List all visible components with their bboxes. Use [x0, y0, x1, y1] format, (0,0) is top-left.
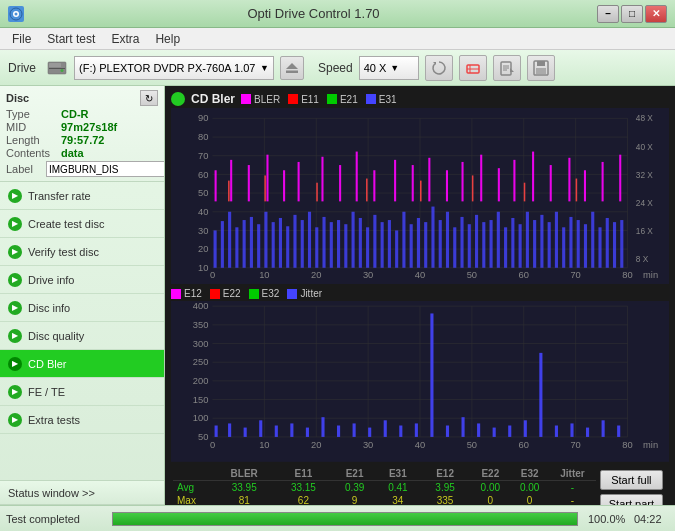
svg-rect-122	[215, 170, 217, 201]
start-part-button[interactable]: Start part	[600, 494, 663, 505]
svg-text:200: 200	[193, 376, 209, 386]
svg-rect-71	[257, 224, 260, 268]
svg-rect-202	[415, 424, 418, 437]
right-buttons: Start full Start part	[596, 466, 667, 505]
avg-e12: 3.95	[419, 481, 470, 495]
svg-rect-106	[511, 218, 514, 268]
eject-button[interactable]	[280, 56, 304, 80]
sidebar-item-verify-test-disc[interactable]: ▶ Verify test disc	[0, 238, 164, 266]
svg-text:80: 80	[198, 132, 208, 142]
svg-rect-105	[504, 227, 507, 267]
svg-text:30: 30	[363, 270, 373, 280]
svg-rect-209	[524, 421, 527, 438]
sidebar-item-cd-bler[interactable]: ▶ CD Bler	[0, 350, 164, 378]
svg-rect-213	[586, 428, 589, 437]
svg-rect-90	[395, 230, 398, 267]
status-window-button[interactable]: Status window >>	[0, 481, 164, 505]
svg-rect-132	[394, 160, 396, 202]
max-e12: 335	[419, 494, 470, 505]
svg-rect-80	[322, 217, 325, 268]
title-bar: Opti Drive Control 1.70 – □ ✕	[0, 0, 675, 28]
menu-start-test[interactable]: Start test	[39, 30, 103, 48]
sidebar-nav: ▶ Transfer rate ▶ Create test disc ▶ Ver…	[0, 182, 164, 480]
svg-rect-127	[298, 162, 300, 201]
sidebar: Disc ↻ Type CD-R MID 97m27s18f Length 79…	[0, 86, 165, 505]
svg-text:32 X: 32 X	[636, 170, 654, 180]
svg-text:20: 20	[311, 270, 321, 280]
sidebar-item-disc-info[interactable]: ▶ Disc info	[0, 294, 164, 322]
refresh-button[interactable]	[425, 55, 453, 81]
svg-rect-4	[49, 68, 65, 69]
svg-rect-65	[214, 230, 217, 267]
sidebar-item-drive-info[interactable]: ▶ Drive info	[0, 266, 164, 294]
svg-rect-203	[430, 314, 433, 437]
svg-rect-8	[286, 70, 298, 73]
close-button[interactable]: ✕	[645, 5, 667, 23]
svg-rect-107	[519, 224, 522, 268]
chart1-container: CD Bler BLER E11 E21	[165, 86, 675, 284]
svg-rect-147	[264, 175, 266, 201]
svg-text:300: 300	[193, 339, 209, 349]
svg-rect-150	[420, 181, 422, 202]
disc-type-label: Type	[6, 108, 61, 120]
chart1-wrapper: 90 80 70 60 50 40 30 20 10 0 10 20 30 40…	[171, 108, 669, 284]
svg-rect-81	[330, 222, 333, 268]
chart2-container: E12 E22 E32 Jitter	[165, 284, 675, 462]
svg-rect-148	[316, 183, 318, 202]
svg-rect-211	[555, 426, 558, 437]
sidebar-item-fe-te[interactable]: ▶ FE / TE	[0, 378, 164, 406]
table-with-buttons: BLER E11 E21 E31 E12 E22 E32 Jitter	[173, 466, 667, 505]
menu-extra[interactable]: Extra	[103, 30, 147, 48]
sidebar-item-extra-tests[interactable]: ▶ Extra tests	[0, 406, 164, 434]
disc-header-label: Disc	[6, 92, 29, 104]
svg-rect-119	[606, 218, 609, 268]
svg-rect-139	[513, 160, 515, 202]
svg-rect-89	[388, 220, 391, 268]
max-e11: 62	[274, 494, 333, 505]
nav-icon-fe-te: ▶	[8, 385, 22, 399]
svg-rect-200	[384, 421, 387, 438]
menu-file[interactable]: File	[4, 30, 39, 48]
nav-icon-disc-quality: ▶	[8, 329, 22, 343]
col-header-label	[173, 467, 215, 481]
svg-text:60: 60	[519, 441, 529, 451]
sidebar-item-create-test-disc[interactable]: ▶ Create test disc	[0, 210, 164, 238]
drive-select[interactable]: (F:) PLEXTOR DVDR PX-760A 1.07 ▼	[74, 56, 274, 80]
nav-icon-disc-info: ▶	[8, 301, 22, 315]
minimize-button[interactable]: –	[597, 5, 619, 23]
disc-refresh-button[interactable]: ↻	[140, 90, 158, 106]
sidebar-item-disc-quality[interactable]: ▶ Disc quality	[0, 322, 164, 350]
legend-color-e12	[171, 289, 181, 299]
erase-button[interactable]	[459, 55, 487, 81]
svg-rect-204	[446, 426, 449, 437]
svg-rect-103	[490, 220, 493, 268]
export-button[interactable]	[493, 55, 521, 81]
avg-e31: 0.41	[376, 481, 419, 495]
progress-bar-fill	[113, 513, 577, 525]
svg-text:70: 70	[570, 441, 580, 451]
speed-select[interactable]: 40 X ▼	[359, 56, 419, 80]
save-button[interactable]	[527, 55, 555, 81]
drive-icon	[46, 57, 68, 79]
status-bar: Test completed 100.0% 04:22	[0, 505, 675, 531]
disc-label-input[interactable]	[46, 161, 165, 177]
svg-rect-193	[275, 426, 278, 437]
svg-text:24 X: 24 X	[636, 198, 654, 208]
maximize-button[interactable]: □	[621, 5, 643, 23]
chart2-svg: 400 350 300 250 200 150 100 50 0 10 20 3…	[171, 301, 669, 462]
svg-rect-20	[536, 68, 546, 74]
svg-rect-66	[221, 221, 224, 268]
svg-rect-151	[472, 175, 474, 201]
start-full-button[interactable]: Start full	[600, 470, 663, 490]
svg-rect-110	[540, 215, 543, 268]
svg-rect-112	[555, 212, 558, 268]
svg-text:10: 10	[198, 263, 208, 273]
menu-help[interactable]: Help	[147, 30, 188, 48]
svg-rect-153	[576, 179, 578, 202]
col-header-bler: BLER	[215, 467, 274, 481]
svg-rect-135	[446, 170, 448, 201]
drive-label: Drive	[8, 61, 36, 75]
svg-rect-215	[617, 426, 620, 437]
sidebar-item-transfer-rate[interactable]: ▶ Transfer rate	[0, 182, 164, 210]
svg-text:40: 40	[198, 207, 208, 217]
